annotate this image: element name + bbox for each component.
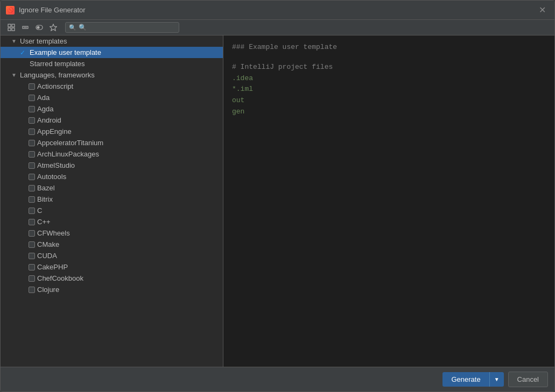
list-item[interactable]: AppceleratorTitanium — [1, 137, 223, 148]
list-item[interactable]: Android — [1, 115, 223, 126]
search-icon: 🔍 — [69, 24, 76, 31]
item-label: CakePHP — [37, 263, 68, 271]
starred-templates-label: Starred templates — [30, 60, 85, 68]
app-icon: 🚫 — [6, 6, 15, 15]
expand-all-button[interactable] — [5, 22, 18, 33]
svg-rect-3 — [12, 28, 15, 31]
code-idea: .idea — [232, 74, 253, 82]
item-label: Agda — [37, 105, 53, 113]
checkbox-bitrix — [29, 196, 35, 203]
item-label: CUDA — [37, 252, 57, 260]
star-icon — [50, 24, 57, 31]
example-template-label: Example user template — [30, 48, 101, 56]
main-content: ▼ User templates ✓ Example user template… — [1, 35, 554, 367]
svg-marker-8 — [50, 24, 57, 31]
checkbox-ada — [29, 95, 35, 101]
item-label: ArchLinuxPackages — [37, 150, 99, 158]
code-iml: *.iml — [232, 85, 253, 93]
item-label: CMake — [37, 240, 59, 248]
checkbox-c — [29, 208, 35, 214]
svg-rect-1 — [12, 24, 15, 27]
example-template-item[interactable]: ✓ Example user template — [1, 47, 223, 58]
code-heading-text: ### Example user template — [232, 43, 337, 51]
item-label: AppceleratorTitanium — [37, 139, 103, 147]
item-label: ChefCookbook — [37, 274, 83, 282]
close-button[interactable]: ✕ — [536, 4, 549, 16]
svg-rect-2 — [8, 28, 11, 31]
list-item[interactable]: Ada — [1, 92, 223, 103]
list-item[interactable]: AppEngine — [1, 126, 223, 137]
list-item[interactable]: CMake — [1, 239, 223, 250]
code-comment-text: # IntelliJ project files — [232, 63, 333, 71]
list-item[interactable]: CUDA — [1, 250, 223, 261]
footer: Generate ▼ Cancel — [1, 367, 554, 391]
title-bar: 🚫 Ignore File Generator ✕ — [1, 1, 554, 20]
search-box: 🔍 — [65, 22, 179, 33]
item-label: Ada — [37, 94, 50, 102]
list-item[interactable]: CFWheels — [1, 227, 223, 239]
code-line1: .idea — [232, 73, 546, 84]
generate-button-group: Generate ▼ — [442, 372, 503, 387]
list-item[interactable]: C++ — [1, 216, 223, 227]
code-comment-line: # IntelliJ project files — [232, 62, 546, 73]
user-templates-label: User templates — [20, 37, 67, 45]
starred-templates-item[interactable]: ✓ Starred templates — [1, 58, 223, 69]
item-label: Bitrix — [37, 195, 53, 203]
main-window: 🚫 Ignore File Generator ✕ — [0, 0, 555, 392]
checkbox-bazel — [29, 185, 35, 191]
toggle-button[interactable] — [33, 22, 46, 33]
checkbox-cfwheels — [29, 230, 35, 237]
star-button[interactable] — [47, 22, 60, 33]
toolbar: 🔍 — [1, 20, 554, 35]
list-item[interactable]: ArchLinuxPackages — [1, 148, 223, 160]
toggle-icon — [36, 24, 43, 31]
list-item[interactable]: AtmelStudio — [1, 160, 223, 171]
star-placeholder: ✓ — [20, 60, 27, 68]
item-label: Bazel — [37, 184, 55, 192]
list-item[interactable]: Autotools — [1, 171, 223, 182]
list-item[interactable]: CakePHP — [1, 261, 223, 273]
list-item[interactable]: Agda — [1, 103, 223, 115]
collapse-all-button[interactable] — [19, 22, 32, 33]
checkbox-appengine — [29, 129, 35, 135]
checkbox-actionscript — [29, 83, 35, 90]
languages-group[interactable]: ▼ Languages, frameworks — [1, 69, 223, 81]
list-item[interactable]: Bazel — [1, 182, 223, 194]
checkbox-clojure — [29, 287, 35, 293]
checkbox-chefcookbook — [29, 275, 35, 282]
user-templates-group[interactable]: ▼ User templates — [1, 35, 223, 47]
generate-dropdown-button[interactable]: ▼ — [489, 372, 504, 387]
window-title: Ignore File Generator — [19, 6, 86, 14]
code-gen: gen — [232, 108, 244, 116]
svg-rect-0 — [8, 24, 11, 27]
collapse-arrow: ▼ — [11, 38, 18, 44]
code-line3: out — [232, 95, 546, 106]
list-item[interactable]: Clojure — [1, 284, 223, 295]
checkbox-cpp — [29, 219, 35, 225]
item-label: C++ — [37, 218, 51, 226]
list-item[interactable]: C — [1, 205, 223, 216]
list-item[interactable]: Actionscript — [1, 81, 223, 92]
item-label: Android — [37, 116, 61, 124]
lang-collapse-arrow: ▼ — [11, 72, 18, 78]
list-item[interactable]: Bitrix — [1, 194, 223, 205]
checkbox-autotools — [29, 174, 35, 180]
left-panel: ▼ User templates ✓ Example user template… — [1, 35, 223, 367]
cancel-button[interactable]: Cancel — [508, 372, 548, 387]
checkbox-archlinux — [29, 151, 35, 158]
code-editor: ### Example user template # IntelliJ pro… — [223, 35, 554, 367]
item-label: Actionscript — [37, 82, 73, 90]
list-item[interactable]: ChefCookbook — [1, 273, 223, 284]
svg-point-7 — [37, 26, 40, 29]
item-label: Autotools — [37, 173, 66, 181]
checkbox-android — [29, 117, 35, 124]
search-input[interactable] — [79, 24, 175, 31]
item-label: AppEngine — [37, 127, 72, 136]
generate-button[interactable]: Generate — [442, 372, 489, 387]
title-bar-left: 🚫 Ignore File Generator — [6, 6, 86, 15]
item-label: CFWheels — [37, 229, 70, 237]
code-line2: *.iml — [232, 84, 546, 95]
expand-all-icon — [8, 24, 15, 31]
checkbox-agda — [29, 106, 35, 112]
item-label: Clojure — [37, 286, 59, 294]
